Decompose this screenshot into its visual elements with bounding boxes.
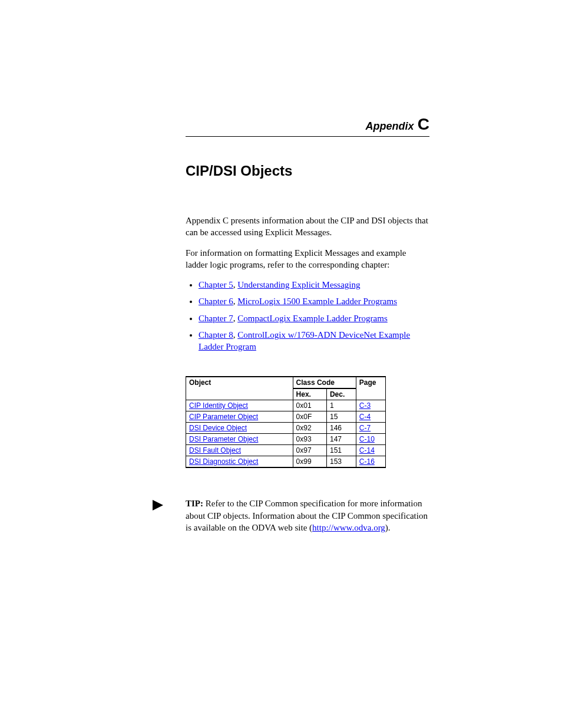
chapter-title-link[interactable]: Understanding Explicit Messaging [237, 280, 360, 289]
object-link[interactable]: DSI Diagnostic Object [189, 457, 258, 466]
object-link[interactable]: DSI Parameter Object [189, 435, 258, 443]
cell-dec: 153 [326, 456, 356, 468]
chapter-link[interactable]: Chapter 6 [199, 297, 233, 306]
page-link[interactable]: C-4 [359, 413, 371, 421]
odva-link[interactable]: http://www.odva.org [312, 523, 385, 532]
list-item: Chapter 5, Understanding Explicit Messag… [199, 279, 429, 291]
cell-dec: 151 [326, 445, 356, 456]
table-header-dec: Dec. [326, 388, 356, 400]
table-row: DSI Fault Object 0x97 151 C-14 [186, 445, 386, 456]
object-link[interactable]: DSI Fault Object [189, 446, 241, 454]
tip-block: TIP: Refer to the CIP Common specificati… [186, 498, 429, 533]
chapter-link[interactable]: Chapter 7 [199, 314, 233, 323]
cell-dec: 15 [326, 411, 356, 423]
list-item: Chapter 6, MicroLogix 1500 Example Ladde… [199, 295, 429, 307]
cell-dec: 1 [326, 400, 356, 411]
cell-hex: 0x92 [293, 423, 326, 434]
intro-paragraph-2: For information on formatting Explicit M… [186, 247, 429, 271]
page-link[interactable]: C-14 [359, 446, 375, 454]
cell-hex: 0x0F [293, 411, 326, 423]
table-row: DSI Diagnostic Object 0x99 153 C-16 [186, 456, 386, 468]
chapter-list: Chapter 5, Understanding Explicit Messag… [186, 279, 429, 353]
object-link[interactable]: CIP Identity Object [189, 401, 248, 410]
page-link[interactable]: C-7 [359, 424, 371, 432]
cell-dec: 147 [326, 434, 356, 445]
cell-hex: 0x93 [293, 434, 326, 445]
object-link[interactable]: DSI Device Object [189, 424, 247, 432]
list-item: Chapter 8, ControlLogix w/1769-ADN Devic… [199, 329, 429, 353]
appendix-label: Appendix [366, 120, 414, 132]
tip-text-after: ). [385, 523, 391, 532]
chapter-link[interactable]: Chapter 8 [199, 330, 233, 340]
appendix-letter: C [418, 115, 429, 133]
page-link[interactable]: C-16 [359, 457, 375, 466]
cell-hex: 0x01 [293, 400, 326, 411]
play-triangle-icon [151, 499, 164, 512]
table-row: DSI Device Object 0x92 146 C-7 [186, 423, 386, 434]
objects-table: Object Class Code Page Hex. Dec. CIP Ide… [186, 376, 386, 468]
svg-marker-0 [153, 500, 163, 510]
page-link[interactable]: C-10 [359, 435, 375, 443]
list-item: Chapter 7, CompactLogix Example Ladder P… [199, 312, 429, 324]
table-header-object: Object [186, 377, 293, 400]
table-header-hex: Hex. [293, 388, 326, 400]
chapter-link[interactable]: Chapter 5 [199, 280, 233, 289]
table-row: CIP Parameter Object 0x0F 15 C-4 [186, 411, 386, 423]
page-title: CIP/DSI Objects [186, 163, 429, 179]
object-link[interactable]: CIP Parameter Object [189, 413, 258, 421]
chapter-title-link[interactable]: CompactLogix Example Ladder Programs [237, 314, 388, 323]
appendix-header: Appendix C [186, 115, 429, 137]
table-row: DSI Parameter Object 0x93 147 C-10 [186, 434, 386, 445]
chapter-title-link[interactable]: MicroLogix 1500 Example Ladder Programs [237, 297, 397, 306]
page-link[interactable]: C-3 [359, 401, 371, 410]
tip-label: TIP: [186, 499, 203, 508]
table-header-classcode: Class Code [293, 377, 356, 388]
cell-hex: 0x99 [293, 456, 326, 468]
cell-dec: 146 [326, 423, 356, 434]
tip-text-before: Refer to the CIP Common specification fo… [186, 499, 428, 532]
cell-hex: 0x97 [293, 445, 326, 456]
table-row: CIP Identity Object 0x01 1 C-3 [186, 400, 386, 411]
table-header-page: Page [356, 377, 385, 400]
intro-paragraph-1: Appendix C presents information about th… [186, 215, 429, 239]
